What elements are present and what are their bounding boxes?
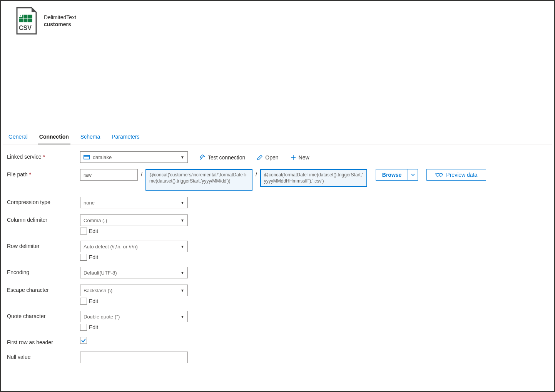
chevron-down-icon: ▼ (181, 155, 184, 159)
svg-point-10 (436, 173, 439, 176)
path-separator-1: / (140, 169, 143, 180)
svg-point-11 (439, 173, 442, 176)
tab-schema[interactable]: Schema (79, 131, 102, 144)
quote-char-edit-checkbox[interactable] (80, 324, 87, 331)
label-compression-type: Compression type (7, 197, 80, 205)
chevron-down-icon: ▼ (181, 315, 184, 319)
label-column-delimiter: Column delimiter (7, 214, 80, 223)
directory-expression[interactable]: @concat('customers/incremental/',formatD… (145, 169, 252, 191)
label-encoding: Encoding (7, 267, 80, 275)
tab-parameters[interactable]: Parameters (110, 131, 141, 144)
column-delimiter-edit-checkbox[interactable] (80, 228, 87, 235)
storage-icon (84, 155, 90, 159)
label-first-row-header: First row as header (7, 337, 80, 345)
chevron-down-icon: ▼ (181, 218, 184, 223)
pencil-icon (257, 154, 263, 161)
preview-data-button[interactable]: Preview data (426, 169, 486, 181)
browse-split-button: Browse (376, 169, 418, 181)
label-linked-service: Linked service (7, 151, 80, 160)
check-icon (81, 338, 86, 343)
chevron-down-icon: ▼ (181, 201, 184, 205)
test-connection-action[interactable]: Test connection (199, 151, 245, 163)
open-action[interactable]: Open (257, 151, 278, 163)
csv-file-icon: X CSV (15, 7, 38, 35)
chevron-down-icon: ▼ (181, 245, 184, 249)
tab-general[interactable]: General (7, 131, 29, 144)
preview-icon (435, 173, 443, 177)
encoding-select[interactable]: Default(UTF-8) ▼ (80, 267, 188, 278)
plus-icon (290, 154, 296, 161)
browse-button[interactable]: Browse (376, 169, 408, 180)
label-quote-char: Quote character (7, 311, 80, 319)
plug-icon (199, 154, 206, 161)
label-file-path: File path (7, 169, 80, 178)
tab-connection[interactable]: Connection (38, 131, 70, 144)
row-delimiter-edit-checkbox[interactable] (80, 254, 87, 261)
container-input[interactable] (80, 169, 138, 181)
browse-dropdown[interactable] (408, 169, 418, 180)
dataset-type-label: DelimitedText (44, 14, 76, 20)
label-escape-char: Escape character (7, 285, 80, 293)
path-separator-2: / (255, 169, 258, 180)
null-value-input[interactable] (80, 352, 188, 363)
compression-type-select[interactable]: none ▼ (80, 197, 188, 208)
escape-char-select[interactable]: Backslash (\) ▼ (80, 285, 188, 296)
dataset-header: X CSV DelimitedText customers (3, 3, 552, 35)
quote-char-select[interactable]: Double quote (") ▼ (80, 311, 188, 322)
first-row-header-checkbox[interactable] (80, 337, 87, 344)
dataset-name: customers (44, 21, 76, 27)
dataset-tabs: General Connection Schema Parameters (3, 130, 552, 144)
column-delimiter-select[interactable]: Comma (,) ▼ (80, 214, 188, 226)
linked-service-select[interactable]: datalake ▼ (80, 151, 188, 163)
file-expression[interactable]: @concat(formatDateTime(dataset().trigger… (260, 169, 367, 187)
chevron-down-icon: ▼ (181, 288, 184, 293)
row-delimiter-select[interactable]: Auto detect (\r,\n, or \r\n) ▼ (80, 241, 188, 252)
svg-rect-9 (84, 156, 89, 157)
svg-text:CSV: CSV (19, 25, 32, 31)
chevron-down-icon (411, 174, 415, 176)
new-action[interactable]: New (290, 151, 309, 163)
escape-char-edit-checkbox[interactable] (80, 298, 87, 305)
header-spacer (3, 35, 552, 130)
chevron-down-icon: ▼ (181, 271, 184, 275)
linked-service-value: datalake (93, 154, 181, 160)
label-null-value: Null value (7, 352, 80, 360)
label-row-delimiter: Row delimiter (7, 241, 80, 249)
